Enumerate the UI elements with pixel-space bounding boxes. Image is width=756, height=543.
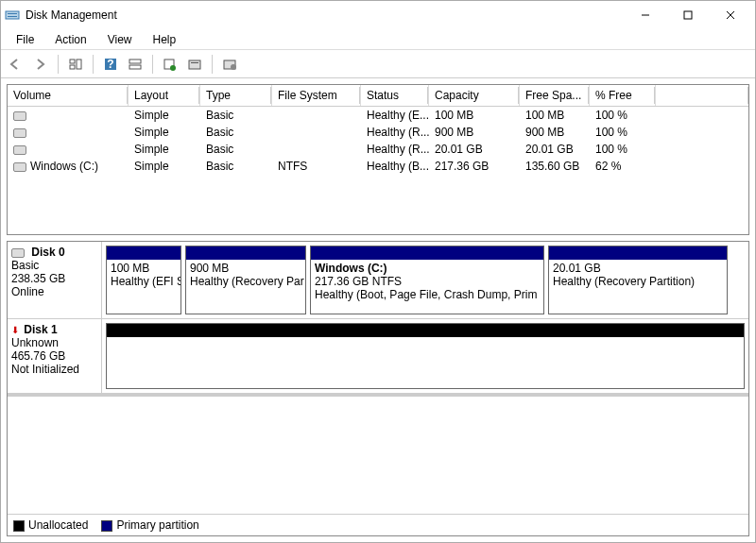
table-cell: Healthy (R... (361, 124, 429, 141)
disk1-label[interactable]: Disk 1 Unknown 465.76 GB Not Initialized (8, 319, 102, 393)
col-filesystem[interactable]: File System (272, 85, 361, 106)
partition[interactable]: 20.01 GBHealthy (Recovery Partition) (548, 246, 728, 314)
volume-list-header: Volume Layout Type File System Status Ca… (8, 85, 748, 107)
disk1-unallocated-partition[interactable] (106, 323, 745, 389)
table-row[interactable]: SimpleBasicHealthy (E...100 MB100 MB100 … (8, 107, 748, 124)
menu-action[interactable]: Action (45, 31, 95, 48)
table-row[interactable]: Windows (C:)SimpleBasicNTFSHealthy (B...… (8, 158, 748, 175)
table-cell: 135.60 GB (520, 158, 590, 175)
legend-unallocated: Unallocated (13, 518, 88, 532)
svg-rect-17 (191, 62, 198, 63)
table-cell: Basic (200, 141, 272, 158)
refresh-button[interactable] (159, 54, 181, 75)
table-cell (8, 124, 129, 141)
content-area: Volume Layout Type File System Status Ca… (1, 78, 755, 542)
col-status[interactable]: Status (361, 85, 429, 106)
table-row[interactable]: SimpleBasicHealthy (R...900 MB900 MB100 … (8, 124, 748, 141)
disk1-name: Disk 1 (24, 323, 57, 336)
table-cell: NTFS (272, 158, 361, 175)
table-cell: 20.01 GB (520, 141, 590, 158)
disk1-row[interactable]: Disk 1 Unknown 465.76 GB Not Initialized (8, 319, 748, 397)
col-freespace[interactable]: Free Spa... (520, 85, 590, 106)
menu-help[interactable]: Help (144, 31, 186, 48)
svg-rect-4 (684, 11, 692, 19)
svg-rect-8 (77, 59, 81, 69)
table-cell: 100 MB (429, 107, 520, 124)
disk-management-window: Disk Management File Action View Help ? … (0, 0, 756, 543)
table-cell (8, 141, 129, 158)
table-cell: Simple (129, 107, 200, 124)
settings-button[interactable] (218, 54, 241, 75)
disk0-row[interactable]: Disk 0 Basic 238.35 GB Online 100 MBHeal… (8, 242, 748, 319)
table-cell: 217.36 GB (429, 158, 520, 175)
volume-list-body[interactable]: SimpleBasicHealthy (E...100 MB100 MB100 … (8, 107, 748, 234)
disk1-size: 465.76 GB (11, 349, 65, 363)
window-title: Disk Management (26, 8, 624, 22)
svg-rect-0 (6, 11, 19, 19)
table-cell: Healthy (E... (361, 107, 429, 124)
col-layout[interactable]: Layout (129, 85, 200, 106)
disk0-partitions: 100 MBHealthy (EFI S900 MBHealthy (Recov… (102, 242, 748, 318)
partition-body: 100 MBHealthy (EFI S (107, 260, 180, 314)
svg-rect-1 (8, 13, 17, 14)
table-cell: 100 % (590, 141, 656, 158)
col-pctfree[interactable]: % Free (590, 85, 656, 106)
svg-rect-12 (129, 59, 141, 63)
table-cell: 100 MB (520, 107, 590, 124)
view-list-button[interactable] (64, 54, 87, 75)
disk0-bus: Basic (11, 259, 39, 272)
disk1-state: Not Initialized (11, 363, 97, 376)
col-type[interactable]: Type (200, 85, 272, 106)
partition[interactable]: Windows (C:)217.36 GB NTFSHealthy (Boot,… (310, 246, 544, 314)
title-bar: Disk Management (1, 1, 755, 29)
col-volume[interactable]: Volume (8, 85, 129, 106)
volume-list: Volume Layout Type File System Status Ca… (7, 84, 749, 235)
toolbar: ? (1, 50, 755, 78)
table-cell (272, 141, 361, 158)
table-cell (272, 124, 361, 141)
drive-icon (11, 246, 28, 259)
menu-view[interactable]: View (98, 31, 142, 48)
table-row[interactable]: SimpleBasicHealthy (R...20.01 GB20.01 GB… (8, 141, 748, 158)
partition-body: Windows (C:)217.36 GB NTFSHealthy (Boot,… (311, 260, 543, 314)
view-top-bottom-button[interactable] (124, 54, 146, 75)
minimize-button[interactable] (624, 2, 666, 28)
table-cell: 20.01 GB (429, 141, 520, 158)
svg-rect-9 (70, 65, 75, 69)
svg-rect-2 (8, 16, 17, 17)
menu-bar: File Action View Help (1, 29, 755, 50)
rescan-button[interactable] (183, 54, 206, 75)
partition-header (107, 246, 180, 260)
table-cell: Simple (129, 124, 200, 141)
col-capacity[interactable]: Capacity (429, 85, 520, 106)
partition[interactable]: 100 MBHealthy (EFI S (106, 246, 181, 314)
table-cell: Simple (129, 158, 200, 175)
partition-header (549, 246, 727, 260)
table-cell: Basic (200, 158, 272, 175)
menu-file[interactable]: File (7, 31, 43, 48)
legend-primary: Primary partition (101, 518, 198, 532)
close-button[interactable] (709, 2, 751, 28)
help-button[interactable]: ? (99, 54, 122, 75)
disk1-partitions (102, 319, 748, 393)
svg-rect-16 (189, 60, 200, 69)
table-cell: Simple (129, 141, 200, 158)
disk0-label[interactable]: Disk 0 Basic 238.35 GB Online (8, 242, 102, 318)
disk1-bus: Unknown (11, 336, 59, 349)
maximize-button[interactable] (666, 2, 709, 28)
back-button[interactable] (5, 54, 27, 75)
forward-button[interactable] (29, 54, 52, 75)
partition[interactable]: 900 MBHealthy (Recovery Par (185, 246, 306, 314)
table-cell: 100 % (590, 124, 656, 141)
graphical-view: Disk 0 Basic 238.35 GB Online 100 MBHeal… (7, 241, 749, 536)
table-cell: 100 % (590, 107, 656, 124)
legend: Unallocated Primary partition (8, 514, 748, 535)
partition-header (186, 246, 305, 260)
table-cell: 900 MB (520, 124, 590, 141)
disk0-size: 238.35 GB (11, 272, 65, 285)
svg-point-15 (170, 65, 176, 71)
table-cell (272, 107, 361, 124)
table-cell: Basic (200, 124, 272, 141)
app-icon (5, 8, 20, 23)
svg-rect-13 (129, 65, 141, 69)
